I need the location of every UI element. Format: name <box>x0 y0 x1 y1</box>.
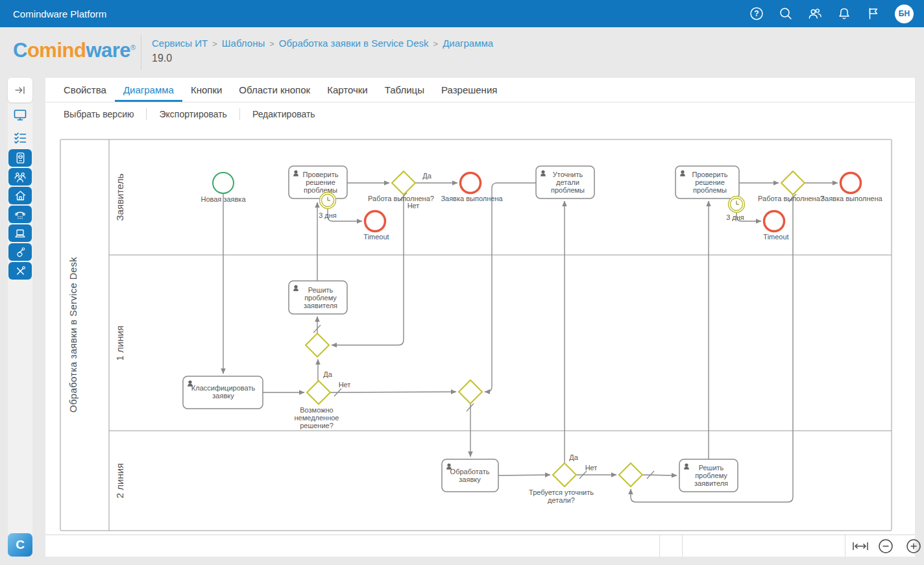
notifications-bell-icon[interactable] <box>836 6 852 21</box>
sidebar-item-shovel[interactable] <box>8 243 32 261</box>
flag-icon[interactable] <box>866 6 881 21</box>
svg-text:Решить: Решить <box>699 464 724 472</box>
home-icon <box>14 189 27 202</box>
top-bar: Comindware Platform ? БН <box>0 0 924 27</box>
svg-text:Заявка выполнена: Заявка выполнена <box>820 195 882 202</box>
tab-button-areas[interactable]: Области кнопок <box>230 78 319 102</box>
boundary-timer-event-2: 3 дня <box>726 197 744 222</box>
svg-text:Работа выполнена?: Работа выполнена? <box>758 195 824 202</box>
footer-divider <box>659 535 660 557</box>
task-check-solution-1: Проверить решение проблемы <box>289 166 347 198</box>
help-icon[interactable]: ? <box>749 6 764 21</box>
flow-label-no: Нет <box>339 381 351 389</box>
task-solve-problem-2: Решить проблему заявителя <box>679 459 738 492</box>
edit-button[interactable]: Редактировать <box>240 109 328 119</box>
sidebar-collapse-button[interactable] <box>8 78 32 102</box>
end-event-request-done-1: Заявка выполнена <box>441 173 503 203</box>
timer-label: 3 дня <box>319 211 337 219</box>
end-event-timeout-2: Timeout <box>763 211 788 241</box>
start-event-label: Новая заявка <box>201 195 246 203</box>
start-event-new-request: Новая заявка <box>201 173 246 203</box>
svg-text:Решить: Решить <box>308 286 334 294</box>
svg-text:Требуется уточнить: Требуется уточнить <box>529 488 594 496</box>
task-classify-request: Классифицировать заявку <box>183 376 263 409</box>
search-icon[interactable] <box>778 6 794 21</box>
zoom-out-button[interactable] <box>878 538 894 554</box>
tab-bar: Свойства Диаграмма Кнопки Области кнопок… <box>45 78 915 102</box>
retro-phone-icon <box>14 208 27 221</box>
sidebar-item-user-groups[interactable] <box>8 168 32 186</box>
tab-buttons[interactable]: Кнопки <box>182 78 230 102</box>
gateway-merge-2 <box>459 380 482 403</box>
logo-registered-mark: ® <box>130 43 136 51</box>
task-solve-problem-1: Решить проблему заявителя <box>289 281 347 314</box>
svg-text:Уточнить: Уточнить <box>553 171 583 178</box>
fit-to-width-button[interactable] <box>851 540 870 553</box>
passport-icon <box>14 152 27 164</box>
comindware-logo[interactable]: Comindware® <box>13 39 136 62</box>
footer-divider <box>682 535 683 557</box>
breadcrumb-template-name[interactable]: Обработка заявки в Service Desk <box>279 38 429 49</box>
svg-text:решение?: решение? <box>300 422 334 429</box>
flow-label-no: Нет <box>407 202 420 210</box>
tab-tables[interactable]: Таблицы <box>376 78 433 102</box>
page-header: Comindware® Сервисы ИТ>Шаблоны>Обработка… <box>0 27 924 78</box>
logo-part-3: ware <box>86 39 130 62</box>
breadcrumb-services-it[interactable]: Сервисы ИТ <box>152 38 208 49</box>
svg-text:Timeout: Timeout <box>363 233 389 241</box>
sidebar-item-passport[interactable] <box>8 149 32 167</box>
sidebar-item-tools[interactable] <box>8 262 32 280</box>
select-version-button[interactable]: Выбрать версию <box>51 109 146 119</box>
breadcrumb: Сервисы ИТ>Шаблоны>Обработка заявки в Se… <box>152 38 493 49</box>
svg-text:проблемы: проблемы <box>551 186 585 194</box>
bpmn-canvas: Обработка заявки в Service Desk Заявител… <box>45 125 915 535</box>
canvas-footer <box>45 535 915 557</box>
logo-part-1: C <box>13 39 27 62</box>
task-clarify-details: Уточнить детали проблемы <box>536 166 594 198</box>
end-event-request-done-2: Заявка выполнена <box>820 173 882 203</box>
tab-properties[interactable]: Свойства <box>55 78 115 102</box>
user-group-icon <box>14 171 27 184</box>
gateway-immediate-solution: Возможно немедленное решение? Да Нет <box>295 370 351 429</box>
svg-text:проблемы: проблемы <box>304 186 337 194</box>
collapse-arrow-icon <box>13 83 27 97</box>
svg-text:заявителя: заявителя <box>304 302 337 309</box>
svg-text:заявителя: заявителя <box>694 479 728 487</box>
gateway-work-done-1: Работа выполнена? Да Нет <box>368 171 434 210</box>
tab-diagram[interactable]: Диаграмма <box>115 78 182 102</box>
tools-icon <box>14 265 27 277</box>
gateway-merge-1 <box>306 333 329 357</box>
breadcrumb-templates[interactable]: Шаблоны <box>222 38 265 49</box>
flow-label-yes: Да <box>569 453 578 461</box>
flow-label-yes: Да <box>422 172 432 180</box>
svg-text:Классифицировать: Классифицировать <box>191 384 256 392</box>
lane-label-line1: 1 линия <box>114 326 125 361</box>
tab-permissions[interactable]: Разрешения <box>433 78 505 102</box>
boundary-timer-event-1: 3 дня <box>319 193 337 220</box>
help-glyph: ? <box>754 9 759 18</box>
svg-text:проблему: проблему <box>695 472 727 479</box>
svg-text:Проверить: Проверить <box>692 171 727 178</box>
svg-text:Проверить: Проверить <box>302 171 338 178</box>
users-icon[interactable] <box>807 6 823 21</box>
user-avatar[interactable]: БН <box>895 5 914 23</box>
sidebar-item-desktop[interactable] <box>12 107 28 123</box>
task-check-solution-2: Проверить решение проблемы <box>675 166 739 198</box>
sidebar-item-tasks-checklist[interactable] <box>12 130 28 146</box>
tab-cards[interactable]: Карточки <box>319 78 376 102</box>
export-button[interactable]: Экспортировать <box>147 109 239 119</box>
shovel-icon <box>14 246 27 258</box>
svg-text:Timeout: Timeout <box>763 233 788 241</box>
task-process-request: Обработать заявку <box>442 459 498 492</box>
lane-label-requester: Заявитель <box>114 173 125 221</box>
sidebar-item-laptop[interactable] <box>8 224 32 242</box>
comindware-app-icon[interactable]: C <box>8 533 32 557</box>
breadcrumb-separator: > <box>212 39 217 49</box>
left-sidebar <box>8 78 32 557</box>
main-panel: Свойства Диаграмма Кнопки Области кнопок… <box>45 78 915 557</box>
breadcrumb-diagram[interactable]: Диаграмма <box>443 38 493 49</box>
zoom-in-button[interactable] <box>906 538 921 554</box>
sidebar-item-home[interactable] <box>8 187 32 204</box>
sidebar-item-service-desk-phone[interactable] <box>8 206 32 223</box>
svg-text:заявку: заявку <box>459 475 481 483</box>
